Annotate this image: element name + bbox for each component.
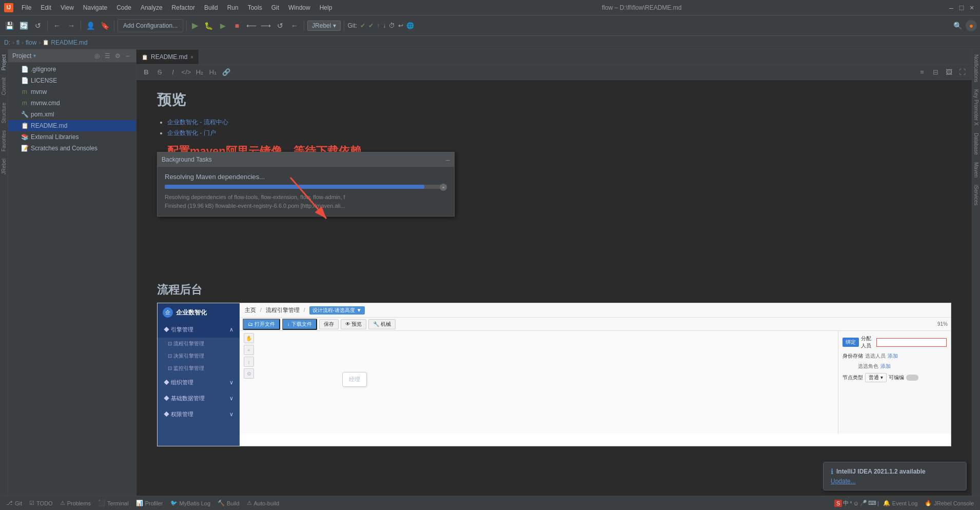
status-profiler[interactable]: 📊 Profiler bbox=[133, 499, 166, 507]
im-dot[interactable]: ° bbox=[850, 500, 852, 506]
link-portal[interactable]: 企业数智化 - 门户 bbox=[167, 129, 216, 136]
app-breadcrumb-design[interactable]: 设计流程-请选高度 ▼ bbox=[309, 306, 365, 315]
run-button[interactable]: ▶ bbox=[190, 21, 200, 31]
tree-item-scratches[interactable]: 📝 Scratches and Consoles bbox=[8, 143, 136, 154]
vcs-button[interactable]: 🔖 bbox=[99, 19, 111, 32]
app-download-btn[interactable]: ↓ 下载文件 bbox=[282, 319, 317, 330]
menu-run[interactable]: Run bbox=[223, 3, 243, 12]
maximize-button[interactable]: □ bbox=[957, 4, 966, 12]
git-history-btn[interactable]: ⏱ bbox=[389, 22, 395, 29]
strikethrough-button[interactable]: S bbox=[154, 67, 165, 78]
project-collapse-btn[interactable]: ☰ bbox=[103, 52, 111, 60]
split-view-button[interactable]: ⊟ bbox=[930, 67, 941, 78]
menu-window[interactable]: Window bbox=[284, 3, 315, 12]
im-mic[interactable]: 🎤 bbox=[860, 500, 867, 506]
jrebel-config[interactable]: JRebel ▾ bbox=[307, 21, 341, 31]
status-todo[interactable]: ☑ TODO bbox=[26, 499, 56, 507]
bg-tasks-close-button[interactable]: – bbox=[446, 155, 450, 164]
canvas-tool-4[interactable]: ⚙ bbox=[244, 368, 254, 379]
search-everywhere-button[interactable]: 🔍 bbox=[951, 19, 964, 32]
git-translate-btn[interactable]: 🌐 bbox=[406, 22, 414, 29]
menu-help[interactable]: Help bbox=[316, 3, 337, 12]
sougou-icon[interactable]: S bbox=[834, 500, 842, 507]
profile-button[interactable]: 👤 bbox=[84, 19, 96, 32]
project-minimize-btn[interactable]: – bbox=[124, 52, 132, 60]
git-check-2[interactable]: ✔ bbox=[368, 22, 374, 29]
git-btn-4[interactable]: ↓ bbox=[383, 22, 386, 29]
nav-item-org[interactable]: ◆ 组织管理 ∨ bbox=[158, 375, 240, 390]
canvas-tool-3[interactable]: ↕ bbox=[244, 357, 254, 367]
status-git[interactable]: ⎇ Git bbox=[3, 499, 25, 507]
app-open-file-btn[interactable]: 🗂 打开文件 bbox=[243, 319, 280, 330]
breadcrumb-d[interactable]: D: bbox=[4, 39, 10, 46]
canvas-tool-2[interactable]: + bbox=[244, 345, 254, 355]
tree-item-readme[interactable]: 📋 README.md bbox=[8, 120, 136, 131]
sidebar-icon-structure[interactable]: Structure bbox=[0, 100, 8, 127]
git-check-1[interactable]: ✔ bbox=[360, 22, 365, 29]
menu-bar[interactable]: File Edit View Navigate Code Analyze Ref… bbox=[17, 3, 336, 12]
link-button[interactable]: 🔗 bbox=[221, 67, 232, 78]
sidebar-notifications[interactable]: Notifications bbox=[972, 51, 980, 85]
tree-item-mvnw-cmd[interactable]: m mvnw.cmd bbox=[8, 97, 136, 109]
tree-item-pom[interactable]: 🔧 pom.xml bbox=[8, 109, 136, 120]
refresh-button[interactable]: ↺ bbox=[32, 19, 44, 32]
tree-item-gitignore[interactable]: 📄 .gitignore bbox=[8, 64, 136, 75]
rerun-button[interactable]: ↺ bbox=[274, 19, 286, 32]
intellij-update-link[interactable]: Update... bbox=[831, 478, 856, 485]
h2-button[interactable]: H₂ bbox=[194, 67, 205, 78]
nav-sub-monitor[interactable]: ⊡ 监控引擎管理 bbox=[158, 362, 240, 375]
menu-edit[interactable]: Edit bbox=[36, 3, 55, 12]
git-revert-btn[interactable]: ↩ bbox=[398, 22, 403, 29]
git-check-3[interactable]: ↑ bbox=[377, 22, 380, 29]
stop-button[interactable]: ■ bbox=[231, 19, 243, 32]
status-auto-build[interactable]: ⚠ Auto-build bbox=[244, 499, 283, 507]
menu-git[interactable]: Git bbox=[267, 3, 283, 12]
role-add-btn[interactable]: 添加 bbox=[880, 363, 891, 370]
save-all-button[interactable]: 💾 bbox=[3, 19, 15, 32]
editable-toggle[interactable] bbox=[906, 375, 918, 381]
bold-button[interactable]: B bbox=[141, 67, 152, 78]
fullscreen-button[interactable]: ⛶ bbox=[956, 67, 968, 78]
role-select[interactable]: 选选角色 bbox=[842, 363, 878, 370]
run-coverage-button[interactable]: ▶ bbox=[217, 19, 229, 32]
sidebar-database[interactable]: Database bbox=[972, 130, 980, 158]
status-build[interactable]: 🔨 Build bbox=[214, 499, 242, 507]
add-configuration-button[interactable]: Add Configuration... bbox=[117, 19, 183, 32]
nav-left-button[interactable]: ⟵ bbox=[245, 19, 258, 32]
im-keyboard[interactable]: ⌨ bbox=[868, 500, 876, 506]
identity-add-btn[interactable]: 添加 bbox=[888, 352, 898, 360]
menu-refactor[interactable]: Refactor bbox=[168, 3, 199, 12]
nav-right-button[interactable]: ⟶ bbox=[260, 19, 272, 32]
debug-button[interactable]: 🐛 bbox=[202, 19, 214, 32]
status-jrebel-console[interactable]: 🔥 JRebel Console bbox=[922, 499, 977, 507]
app-breadcrumb-flow[interactable]: 流程引擎管理 bbox=[266, 306, 300, 314]
tree-item-mvnw[interactable]: m mvnw bbox=[8, 86, 136, 97]
tree-item-license[interactable]: 📄 LICENSE bbox=[8, 75, 136, 86]
assign-person-input[interactable]: $(user) bbox=[876, 338, 947, 347]
app-machine-btn[interactable]: 🔧 机械 bbox=[368, 319, 396, 329]
tab-readme[interactable]: 📋 README.md × bbox=[136, 50, 199, 64]
node-type-value[interactable]: 普通 ▾ bbox=[865, 373, 887, 382]
sync-button[interactable]: 🔄 bbox=[17, 19, 30, 32]
user-profile-button[interactable]: ● bbox=[966, 20, 977, 31]
nav-sub-decision[interactable]: ⊡ 决策引擎管理 bbox=[158, 350, 240, 362]
h1-button[interactable]: H₁ bbox=[207, 67, 219, 78]
preview-button[interactable]: 🖼 bbox=[943, 67, 954, 78]
link-flowcenter[interactable]: 企业数智化 - 流程中心 bbox=[167, 119, 228, 126]
menu-code[interactable]: Code bbox=[112, 3, 135, 12]
breadcrumb-fl[interactable]: fl bbox=[16, 39, 19, 46]
code-button[interactable]: </> bbox=[181, 67, 192, 78]
nav-item-perm[interactable]: ◆ 权限管理 ∨ bbox=[158, 406, 240, 422]
sidebar-icon-jrebel[interactable]: JRebel bbox=[0, 155, 8, 178]
nav-item-base-data[interactable]: ◆ 基础数据管理 ∨ bbox=[158, 390, 240, 406]
menu-build[interactable]: Build bbox=[200, 3, 222, 12]
status-problems[interactable]: ⚠ Problems bbox=[57, 499, 94, 507]
app-save-btn[interactable]: 保存 bbox=[319, 319, 339, 329]
menu-analyze[interactable]: Analyze bbox=[136, 3, 167, 12]
sidebar-iservices[interactable]: iServices bbox=[972, 182, 980, 209]
status-mybatis[interactable]: 🐦 MyBatis Log bbox=[167, 499, 214, 507]
back-button[interactable]: ← bbox=[51, 19, 63, 32]
menu-navigate[interactable]: Navigate bbox=[79, 3, 111, 12]
breadcrumb-flow[interactable]: flow bbox=[26, 39, 36, 46]
window-controls[interactable]: – □ × bbox=[947, 4, 976, 12]
